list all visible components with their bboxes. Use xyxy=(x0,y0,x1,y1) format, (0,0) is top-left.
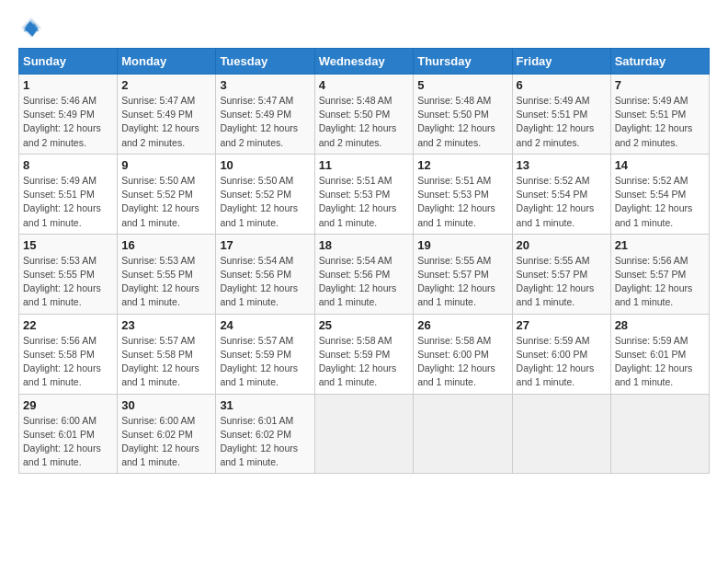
day-number: 19 xyxy=(417,238,507,252)
day-info: Sunrise: 5:48 AM Sunset: 5:50 PM Dayligh… xyxy=(319,94,410,150)
day-info: Sunrise: 5:59 AM Sunset: 6:00 PM Dayligh… xyxy=(517,334,607,390)
day-info: Sunrise: 5:46 AM Sunset: 5:49 PM Dayligh… xyxy=(23,94,113,150)
day-number: 3 xyxy=(220,78,310,92)
calendar-week-row: 22Sunrise: 5:56 AM Sunset: 5:58 PM Dayli… xyxy=(19,314,710,394)
calendar-cell: 9Sunrise: 5:50 AM Sunset: 5:52 PM Daylig… xyxy=(118,154,216,234)
day-number: 23 xyxy=(121,318,211,332)
calendar-cell: 2Sunrise: 5:47 AM Sunset: 5:49 PM Daylig… xyxy=(118,75,216,155)
calendar-cell: 28Sunrise: 5:59 AM Sunset: 6:01 PM Dayli… xyxy=(610,314,709,394)
calendar-week-row: 29Sunrise: 6:00 AM Sunset: 6:01 PM Dayli… xyxy=(19,394,710,474)
day-number: 16 xyxy=(121,238,211,252)
calendar-header-row: SundayMondayTuesdayWednesdayThursdayFrid… xyxy=(19,49,710,75)
day-number: 14 xyxy=(615,158,705,172)
column-header-tuesday: Tuesday xyxy=(216,49,314,75)
calendar-table: SundayMondayTuesdayWednesdayThursdayFrid… xyxy=(18,48,710,474)
day-info: Sunrise: 5:51 AM Sunset: 5:53 PM Dayligh… xyxy=(319,174,410,230)
calendar-cell xyxy=(314,394,414,474)
calendar-cell: 6Sunrise: 5:49 AM Sunset: 5:51 PM Daylig… xyxy=(512,75,610,155)
day-number: 1 xyxy=(23,78,113,92)
day-info: Sunrise: 5:54 AM Sunset: 5:56 PM Dayligh… xyxy=(220,254,310,310)
calendar-cell: 31Sunrise: 6:01 AM Sunset: 6:02 PM Dayli… xyxy=(216,394,314,474)
day-info: Sunrise: 5:55 AM Sunset: 5:57 PM Dayligh… xyxy=(417,254,507,310)
day-info: Sunrise: 5:51 AM Sunset: 5:53 PM Dayligh… xyxy=(417,174,507,230)
day-number: 12 xyxy=(417,158,507,172)
calendar-cell: 20Sunrise: 5:55 AM Sunset: 5:57 PM Dayli… xyxy=(512,234,610,314)
day-number: 18 xyxy=(319,238,410,252)
day-number: 29 xyxy=(23,398,113,412)
logo-icon xyxy=(18,15,44,40)
day-info: Sunrise: 5:49 AM Sunset: 5:51 PM Dayligh… xyxy=(615,94,705,150)
calendar-cell: 5Sunrise: 5:48 AM Sunset: 5:50 PM Daylig… xyxy=(414,75,512,155)
calendar-cell: 15Sunrise: 5:53 AM Sunset: 5:55 PM Dayli… xyxy=(19,234,118,314)
column-header-wednesday: Wednesday xyxy=(314,49,414,75)
day-info: Sunrise: 5:49 AM Sunset: 5:51 PM Dayligh… xyxy=(517,94,607,150)
day-number: 17 xyxy=(220,238,310,252)
calendar-cell: 27Sunrise: 5:59 AM Sunset: 6:00 PM Dayli… xyxy=(512,314,610,394)
calendar-cell: 14Sunrise: 5:52 AM Sunset: 5:54 PM Dayli… xyxy=(610,154,709,234)
day-number: 8 xyxy=(23,158,113,172)
day-info: Sunrise: 5:52 AM Sunset: 5:54 PM Dayligh… xyxy=(615,174,705,230)
day-info: Sunrise: 5:58 AM Sunset: 5:59 PM Dayligh… xyxy=(319,334,410,390)
logo xyxy=(18,15,48,40)
calendar-cell: 30Sunrise: 6:00 AM Sunset: 6:02 PM Dayli… xyxy=(118,394,216,474)
day-number: 31 xyxy=(220,398,310,412)
day-info: Sunrise: 5:55 AM Sunset: 5:57 PM Dayligh… xyxy=(517,254,607,310)
column-header-sunday: Sunday xyxy=(19,49,118,75)
day-number: 13 xyxy=(517,158,607,172)
day-info: Sunrise: 5:48 AM Sunset: 5:50 PM Dayligh… xyxy=(417,94,507,150)
day-info: Sunrise: 5:53 AM Sunset: 5:55 PM Dayligh… xyxy=(23,254,113,310)
day-info: Sunrise: 6:00 AM Sunset: 6:02 PM Dayligh… xyxy=(121,414,211,470)
calendar-cell: 12Sunrise: 5:51 AM Sunset: 5:53 PM Dayli… xyxy=(414,154,512,234)
day-number: 7 xyxy=(615,78,705,92)
calendar-cell: 26Sunrise: 5:58 AM Sunset: 6:00 PM Dayli… xyxy=(414,314,512,394)
day-number: 27 xyxy=(517,318,607,332)
calendar-cell xyxy=(610,394,709,474)
calendar-cell: 21Sunrise: 5:56 AM Sunset: 5:57 PM Dayli… xyxy=(610,234,709,314)
day-number: 26 xyxy=(417,318,507,332)
calendar-cell: 18Sunrise: 5:54 AM Sunset: 5:56 PM Dayli… xyxy=(314,234,414,314)
day-info: Sunrise: 5:59 AM Sunset: 6:01 PM Dayligh… xyxy=(615,334,705,390)
calendar-cell xyxy=(512,394,610,474)
day-info: Sunrise: 5:57 AM Sunset: 5:58 PM Dayligh… xyxy=(121,334,211,390)
day-number: 28 xyxy=(615,318,705,332)
day-info: Sunrise: 5:50 AM Sunset: 5:52 PM Dayligh… xyxy=(121,174,211,230)
calendar-week-row: 1Sunrise: 5:46 AM Sunset: 5:49 PM Daylig… xyxy=(19,75,710,155)
calendar-cell: 13Sunrise: 5:52 AM Sunset: 5:54 PM Dayli… xyxy=(512,154,610,234)
calendar-cell: 29Sunrise: 6:00 AM Sunset: 6:01 PM Dayli… xyxy=(19,394,118,474)
page-header xyxy=(18,15,710,40)
day-info: Sunrise: 5:54 AM Sunset: 5:56 PM Dayligh… xyxy=(319,254,410,310)
calendar-cell: 7Sunrise: 5:49 AM Sunset: 5:51 PM Daylig… xyxy=(610,75,709,155)
day-number: 21 xyxy=(615,238,705,252)
day-info: Sunrise: 5:50 AM Sunset: 5:52 PM Dayligh… xyxy=(220,174,310,230)
calendar-cell: 10Sunrise: 5:50 AM Sunset: 5:52 PM Dayli… xyxy=(216,154,314,234)
day-number: 10 xyxy=(220,158,310,172)
calendar-cell xyxy=(414,394,512,474)
calendar-cell: 19Sunrise: 5:55 AM Sunset: 5:57 PM Dayli… xyxy=(414,234,512,314)
day-number: 20 xyxy=(517,238,607,252)
day-number: 22 xyxy=(23,318,113,332)
day-number: 6 xyxy=(517,78,607,92)
day-info: Sunrise: 5:52 AM Sunset: 5:54 PM Dayligh… xyxy=(517,174,607,230)
day-number: 5 xyxy=(417,78,507,92)
calendar-week-row: 8Sunrise: 5:49 AM Sunset: 5:51 PM Daylig… xyxy=(19,154,710,234)
day-info: Sunrise: 5:57 AM Sunset: 5:59 PM Dayligh… xyxy=(220,334,310,390)
day-info: Sunrise: 5:53 AM Sunset: 5:55 PM Dayligh… xyxy=(121,254,211,310)
day-info: Sunrise: 5:47 AM Sunset: 5:49 PM Dayligh… xyxy=(121,94,211,150)
day-number: 15 xyxy=(23,238,113,252)
column-header-monday: Monday xyxy=(118,49,216,75)
day-number: 30 xyxy=(121,398,211,412)
calendar-cell: 24Sunrise: 5:57 AM Sunset: 5:59 PM Dayli… xyxy=(216,314,314,394)
calendar-cell: 23Sunrise: 5:57 AM Sunset: 5:58 PM Dayli… xyxy=(118,314,216,394)
calendar-cell: 4Sunrise: 5:48 AM Sunset: 5:50 PM Daylig… xyxy=(314,75,414,155)
calendar-week-row: 15Sunrise: 5:53 AM Sunset: 5:55 PM Dayli… xyxy=(19,234,710,314)
day-number: 11 xyxy=(319,158,410,172)
day-info: Sunrise: 6:00 AM Sunset: 6:01 PM Dayligh… xyxy=(23,414,113,470)
column-header-saturday: Saturday xyxy=(610,49,709,75)
column-header-thursday: Thursday xyxy=(414,49,512,75)
day-number: 9 xyxy=(121,158,211,172)
calendar-cell: 1Sunrise: 5:46 AM Sunset: 5:49 PM Daylig… xyxy=(19,75,118,155)
calendar-cell: 17Sunrise: 5:54 AM Sunset: 5:56 PM Dayli… xyxy=(216,234,314,314)
day-number: 24 xyxy=(220,318,310,332)
day-info: Sunrise: 5:56 AM Sunset: 5:58 PM Dayligh… xyxy=(23,334,113,390)
day-info: Sunrise: 5:56 AM Sunset: 5:57 PM Dayligh… xyxy=(615,254,705,310)
